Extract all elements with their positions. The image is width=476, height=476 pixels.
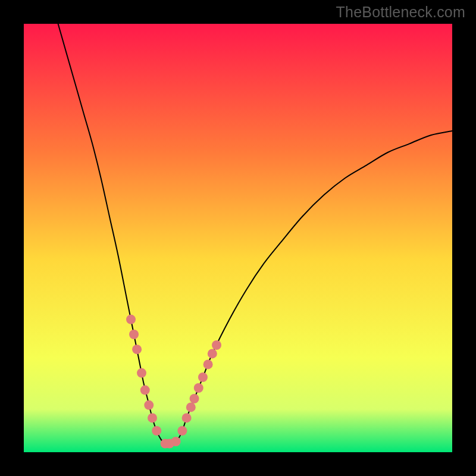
marker-dot [177, 426, 187, 436]
marker-dot [126, 315, 136, 324]
marker-dot [152, 426, 161, 436]
marker-dot [140, 386, 150, 395]
plot-area [24, 24, 452, 452]
marker-dot [194, 383, 203, 393]
watermark-text: TheBottleneck.com [336, 4, 465, 21]
marker-group [126, 315, 221, 449]
marker-dot [148, 413, 157, 422]
marker-dot [182, 413, 192, 422]
chart-frame: TheBottleneck.com [0, 0, 476, 476]
marker-dot [137, 368, 146, 378]
bottleneck-curve [58, 24, 452, 444]
marker-dot [171, 437, 181, 446]
marker-dot [212, 340, 221, 350]
marker-dot [129, 330, 139, 339]
curve-layer [24, 24, 452, 452]
marker-dot [208, 349, 217, 358]
marker-dot [186, 402, 196, 412]
marker-dot [198, 372, 208, 382]
marker-dot [144, 400, 154, 410]
marker-dot [190, 394, 199, 403]
marker-dot [203, 359, 213, 369]
marker-dot [132, 345, 142, 354]
